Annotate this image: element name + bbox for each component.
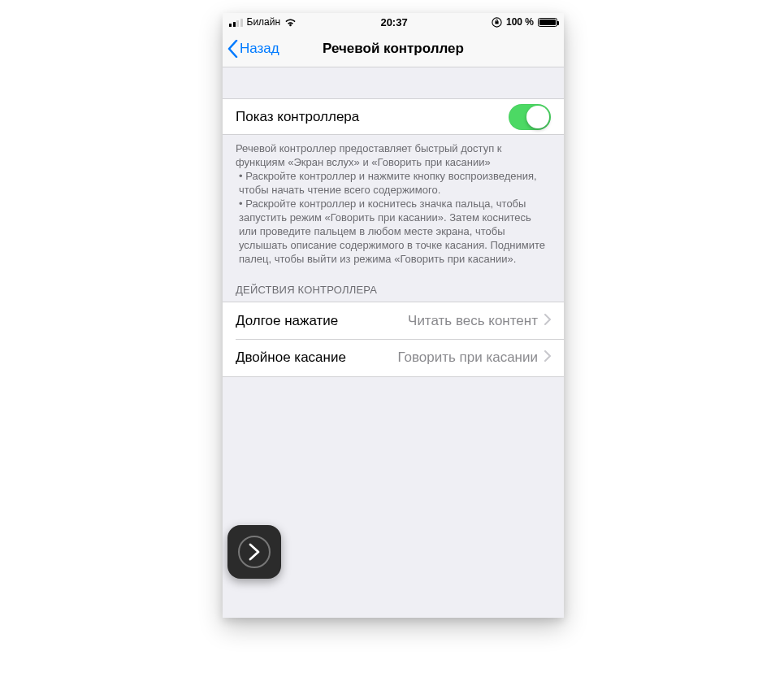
controller-actions-group: Долгое нажатие Читать весь контент Двойн… xyxy=(223,302,564,377)
description-bullet-1: • Раскройте контроллер и нажмите кнопку … xyxy=(236,169,551,197)
double-tap-value: Говорить при касании xyxy=(346,350,544,366)
chevron-right-icon xyxy=(544,313,551,329)
speech-controller-floating-button[interactable] xyxy=(227,525,281,579)
battery-percent: 100 % xyxy=(506,16,534,28)
description-text: Речевой контроллер предоставляет быстрый… xyxy=(223,135,564,266)
carrier-label: Билайн xyxy=(247,16,281,28)
show-controller-label: Показ контроллера xyxy=(236,109,359,125)
speech-controller-ring-icon xyxy=(238,536,271,568)
controller-actions-header: ДЕЙСТВИЯ КОНТРОЛЛЕРА xyxy=(223,266,564,302)
battery-icon xyxy=(538,18,557,27)
double-tap-label: Двойное касание xyxy=(236,350,346,366)
orientation-lock-icon xyxy=(492,17,502,28)
chevron-left-icon xyxy=(227,40,238,58)
long-press-value: Читать весь контент xyxy=(338,313,544,329)
chevron-right-icon xyxy=(248,542,261,562)
show-controller-row: Показ контроллера xyxy=(223,98,564,135)
signal-strength-icon xyxy=(229,18,243,27)
long-press-label: Долгое нажатие xyxy=(236,313,338,329)
long-press-row[interactable]: Долгое нажатие Читать весь контент xyxy=(223,302,564,339)
back-button[interactable]: Назад xyxy=(223,40,279,58)
content-area: Показ контроллера Речевой контроллер пре… xyxy=(223,67,564,618)
description-intro: Речевой контроллер предоставляет быстрый… xyxy=(236,141,551,169)
show-controller-toggle[interactable] xyxy=(509,104,551,130)
nav-bar: Назад Речевой контроллер xyxy=(223,31,564,67)
wifi-icon xyxy=(284,18,297,27)
phone-frame: Билайн 20:37 100 % Назад Речевой контрол… xyxy=(223,13,564,618)
description-bullet-2: • Раскройте контроллер и коснитесь значк… xyxy=(236,197,551,266)
status-bar: Билайн 20:37 100 % xyxy=(223,13,564,31)
double-tap-row[interactable]: Двойное касание Говорить при касании xyxy=(223,340,564,376)
status-time: 20:37 xyxy=(380,16,407,28)
back-label: Назад xyxy=(240,41,279,57)
chevron-right-icon xyxy=(544,350,551,366)
